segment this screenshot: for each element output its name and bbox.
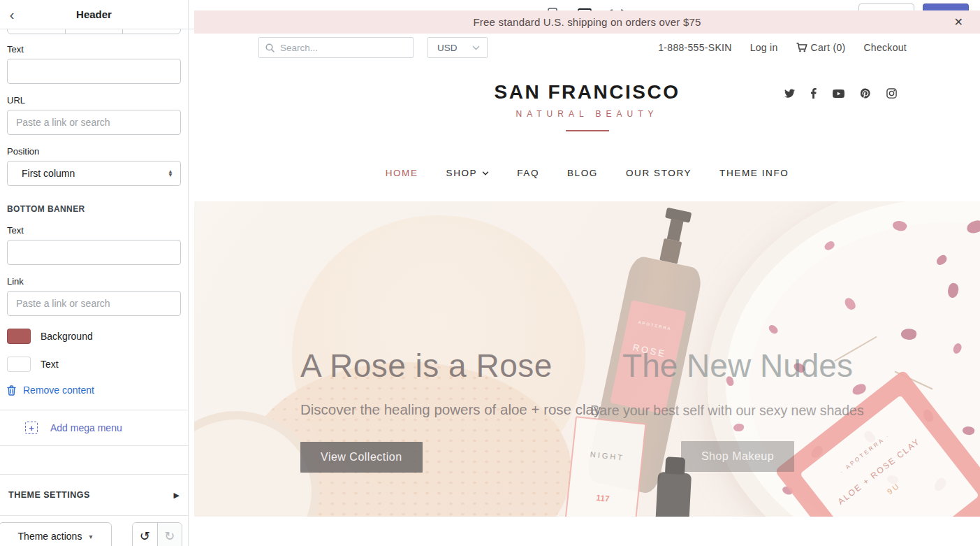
remove-content-label: Remove content: [23, 385, 94, 396]
hero-slide-right: The New Nudes Bare your best self with o…: [601, 347, 874, 472]
cart-label: Cart (0): [811, 42, 846, 53]
shop-makeup-button[interactable]: Shop Makeup: [681, 441, 794, 472]
text-color-swatch[interactable]: [7, 357, 31, 372]
announcement-bar: Free standard U.S. shipping on orders ov…: [194, 10, 980, 34]
theme-settings-label: THEME SETTINGS: [8, 490, 174, 500]
url-field-label: URL: [7, 95, 181, 106]
theme-actions-label: Theme actions: [18, 531, 82, 542]
undo-redo-group: ↺ ↻: [132, 522, 182, 546]
nav-item-blog[interactable]: BLOG: [567, 168, 598, 178]
bottom-banner-section-heading: BOTTOM BANNER: [7, 204, 181, 214]
twitter-icon[interactable]: [784, 89, 795, 98]
chevron-down-icon: [482, 171, 489, 175]
position-select[interactable]: First column ▲▼: [7, 161, 181, 186]
stepper-icon: ▲▼: [168, 170, 173, 177]
cart-link[interactable]: Cart (0): [796, 42, 846, 53]
background-color-picker[interactable]: Background: [7, 329, 181, 344]
hero-subheading-left: Discover the healing powers of aloe + ro…: [300, 401, 601, 418]
nav-shop-label: SHOP: [446, 168, 478, 178]
background-color-swatch[interactable]: [7, 329, 31, 344]
hero-slide-left: A Rose is a Rose Discover the healing po…: [300, 347, 601, 473]
search-icon: [265, 43, 275, 52]
position-select-value: First column: [22, 168, 168, 179]
checkout-link[interactable]: Checkout: [863, 42, 907, 53]
pinterest-icon[interactable]: [861, 88, 870, 99]
search-input[interactable]: [280, 43, 407, 53]
hero-slideshow: APOTERRA ROSE · APOTERRA · ALOE + ROSE C…: [194, 201, 980, 517]
announcement-text: Free standard U.S. shipping on orders ov…: [473, 16, 701, 28]
banner-link-input[interactable]: [7, 291, 181, 316]
instagram-icon[interactable]: [886, 88, 897, 99]
currency-select[interactable]: USD: [427, 37, 488, 58]
nav-item-our-story[interactable]: OUR STORY: [626, 168, 692, 178]
utility-links: 1-888-555-SKIN Log in Cart (0) Checkout: [658, 34, 907, 62]
sidebar-header: ‹ Header: [0, 0, 188, 29]
nav-item-shop[interactable]: SHOP: [446, 168, 490, 178]
sidebar-footer: Theme actions ▾ ↺ ↻: [0, 515, 188, 546]
sidebar-scroll-area[interactable]: Text URL Position First column ▲▼ BOTTOM…: [0, 29, 188, 474]
text-field-label: Text: [7, 44, 181, 55]
store-header: USD 1-888-555-SKIN Log in Cart (0: [194, 34, 980, 201]
theme-actions-button[interactable]: Theme actions ▾: [0, 522, 112, 546]
banner-text-label: Text: [7, 225, 181, 236]
add-mega-menu-button[interactable]: + Add mega menu: [0, 410, 188, 446]
redo-icon: ↻: [164, 529, 175, 544]
nav-item-theme-info[interactable]: THEME INFO: [719, 168, 789, 178]
nav-item-faq[interactable]: FAQ: [517, 168, 539, 178]
url-input[interactable]: [7, 110, 181, 135]
nav-item-home[interactable]: HOME: [386, 168, 418, 178]
add-plus-icon: +: [25, 422, 38, 434]
banner-link-label: Link: [7, 276, 181, 287]
store-preview: Free standard U.S. shipping on orders ov…: [194, 10, 980, 517]
undo-button[interactable]: ↺: [133, 523, 158, 546]
text-input[interactable]: [7, 59, 181, 84]
store-search[interactable]: [258, 37, 414, 58]
caret-down-icon: ▾: [89, 533, 92, 540]
hero-heading-left: A Rose is a Rose: [300, 347, 601, 385]
add-mega-menu-label: Add mega menu: [50, 422, 122, 433]
theme-editor-app: ‹ Header Text URL Position First column …: [0, 0, 980, 546]
position-field-label: Position: [7, 146, 181, 157]
remove-content-button[interactable]: Remove content: [7, 385, 181, 396]
view-collection-button[interactable]: View Collection: [300, 442, 423, 473]
facebook-icon[interactable]: [811, 88, 817, 99]
cart-icon: [796, 43, 807, 52]
currency-value: USD: [437, 43, 472, 53]
logo-subtitle: NATURAL BEAUTY: [194, 109, 980, 119]
close-icon[interactable]: ✕: [954, 10, 963, 34]
editor-sidebar: ‹ Header Text URL Position First column …: [0, 0, 189, 546]
background-color-label: Background: [41, 331, 93, 342]
store-phone: 1-888-555-SKIN: [658, 42, 731, 53]
chevron-right-icon: ▶: [174, 491, 180, 500]
login-link[interactable]: Log in: [750, 42, 778, 53]
text-color-picker[interactable]: Text: [7, 357, 181, 372]
preview-column: Home page: [189, 0, 980, 546]
social-links: [784, 88, 897, 99]
text-color-label: Text: [41, 359, 59, 370]
logo-rule: [566, 130, 609, 131]
theme-settings-row[interactable]: THEME SETTINGS ▶: [0, 474, 188, 515]
main-navigation: HOME SHOP FAQ BLOG OUR STORY THEME INFO: [194, 168, 980, 178]
redo-button[interactable]: ↻: [158, 523, 182, 546]
panel-title: Header: [0, 8, 188, 20]
chevron-down-icon: [472, 45, 480, 50]
banner-text-input[interactable]: [7, 240, 181, 265]
trash-icon: [7, 385, 16, 396]
segmented-control-partial[interactable]: [7, 29, 181, 34]
undo-icon: ↺: [140, 529, 150, 544]
youtube-icon[interactable]: [833, 89, 844, 98]
hero-heading-right: The New Nudes: [601, 347, 874, 385]
hero-subheading-right: Bare your best self with our sexy new sh…: [580, 403, 874, 419]
